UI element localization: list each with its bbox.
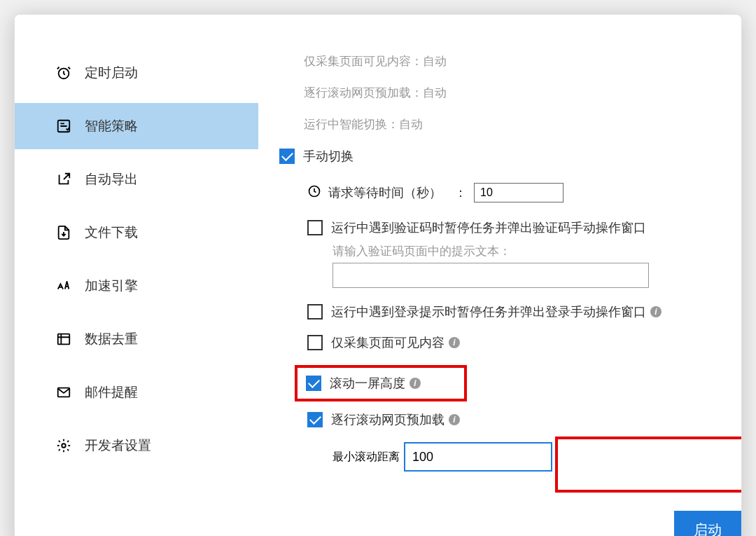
sidebar-item-strategy[interactable]: 智能策略 xyxy=(15,103,258,149)
info-icon[interactable]: i xyxy=(650,306,662,317)
sidebar-item-timer[interactable]: 定时启动 xyxy=(15,50,258,96)
sidebar-label: 邮件提醒 xyxy=(85,383,138,401)
captcha-hint: 请输入验证码页面中的提示文本： xyxy=(307,243,720,259)
sidebar-item-mail[interactable]: 邮件提醒 xyxy=(15,369,258,415)
scroll-preload-checkbox[interactable] xyxy=(307,412,323,427)
speed-icon xyxy=(55,277,72,294)
info-scroll-preload: 逐行滚动网页预加载：自动 xyxy=(279,85,720,101)
info-icon[interactable]: i xyxy=(449,414,460,425)
scroll-screen-label: 滚动一屏高度 xyxy=(330,375,405,392)
sidebar-label: 自动导出 xyxy=(85,170,138,188)
scroll-preload-label: 逐行滚动网页预加载 xyxy=(331,411,444,428)
info-smart-switch: 运行中智能切换：自动 xyxy=(279,116,720,132)
sidebar-item-dedup[interactable]: 数据去重 xyxy=(15,316,258,362)
export-icon xyxy=(55,171,72,188)
mail-icon xyxy=(55,384,72,401)
sidebar-label: 开发者设置 xyxy=(85,437,151,455)
manual-switch-label: 手动切换 xyxy=(303,148,354,165)
info-visible-content: 仅采集页面可见内容：自动 xyxy=(279,53,720,69)
visible-only-checkbox[interactable] xyxy=(307,335,323,350)
alarm-clock-icon xyxy=(55,64,72,81)
sidebar-item-engine[interactable]: 加速引擎 xyxy=(15,263,258,309)
captcha-text-input[interactable] xyxy=(332,263,649,288)
min-scroll-input[interactable] xyxy=(404,442,552,472)
dedup-icon xyxy=(55,331,72,348)
gear-icon xyxy=(55,437,72,454)
svg-point-4 xyxy=(62,444,66,448)
sidebar-item-export[interactable]: 自动导出 xyxy=(15,156,258,202)
app-window: 定时启动 智能策略 自动导出 文件下载 加速引擎 xyxy=(14,14,742,536)
wait-time-label: 请求等待时间（秒） ： xyxy=(328,184,467,201)
sidebar-label: 数据去重 xyxy=(85,330,138,348)
info-icon[interactable]: i xyxy=(449,337,460,348)
sidebar-label: 文件下载 xyxy=(85,224,138,242)
strategy-icon xyxy=(55,118,72,135)
start-button[interactable]: 启动 xyxy=(674,511,741,536)
wait-time-input[interactable] xyxy=(474,183,564,202)
manual-switch-checkbox[interactable] xyxy=(279,149,295,164)
sidebar: 定时启动 智能策略 自动导出 文件下载 加速引擎 xyxy=(15,15,258,536)
svg-rect-2 xyxy=(58,334,70,345)
min-scroll-label: 最小滚动距离 xyxy=(332,450,400,465)
sidebar-label: 智能策略 xyxy=(85,117,138,135)
login-pause-label: 运行中遇到登录提示时暂停任务并弹出登录手动操作窗口 xyxy=(331,303,646,320)
clock-icon xyxy=(307,184,321,201)
scroll-screen-checkbox[interactable] xyxy=(306,376,321,391)
login-pause-checkbox[interactable] xyxy=(307,304,323,319)
sidebar-item-dev[interactable]: 开发者设置 xyxy=(15,422,258,469)
visible-only-label: 仅采集页面可见内容 xyxy=(331,334,444,351)
captcha-pause-checkbox[interactable] xyxy=(307,220,323,235)
file-download-icon xyxy=(55,224,72,241)
sidebar-item-download[interactable]: 文件下载 xyxy=(15,209,258,256)
sidebar-label: 加速引擎 xyxy=(85,277,138,295)
sidebar-label: 定时启动 xyxy=(85,64,138,82)
captcha-pause-label: 运行中遇到验证码时暂停任务并弹出验证码手动操作窗口 xyxy=(331,219,646,236)
highlight-scroll-screen: 滚动一屏高度 i xyxy=(295,365,467,401)
info-icon[interactable]: i xyxy=(410,378,421,389)
content-panel: 仅采集页面可见内容：自动 逐行滚动网页预加载：自动 运行中智能切换：自动 手动切… xyxy=(258,15,741,536)
